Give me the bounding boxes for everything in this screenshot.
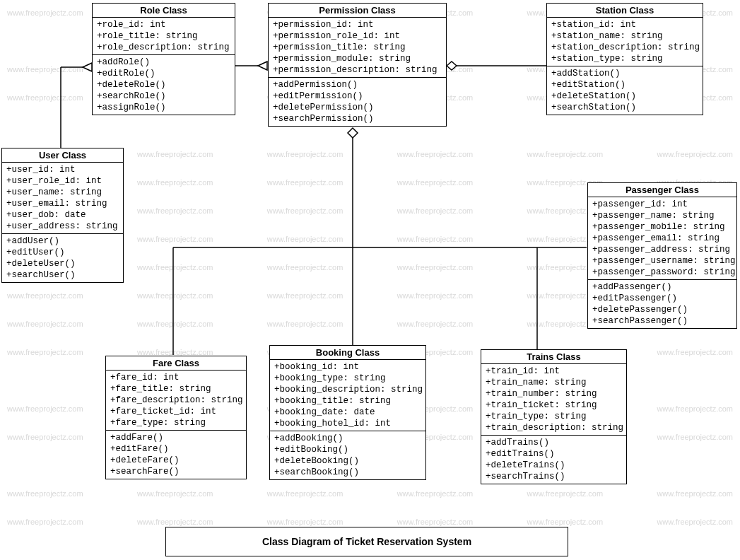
class-trains: Trains Class +train_id: int +train_name:…: [481, 349, 627, 484]
class-fare: Fare Class +fare_id: int +fare_title: st…: [105, 356, 247, 479]
class-title: Permission Class: [269, 4, 446, 18]
class-title: Station Class: [547, 4, 703, 18]
class-attrs: +role_id: int +role_title: string +role_…: [93, 18, 235, 55]
class-attrs: +booking_id: int +booking_type: string +…: [270, 360, 425, 431]
class-ops: +addPassenger() +editPassenger() +delete…: [588, 280, 736, 328]
class-user: User Class +user_id: int +user_role_id: …: [1, 148, 124, 283]
svg-marker-4: [258, 62, 267, 70]
diagram-canvas: www.freeprojectz.comwww.freeprojectz.com…: [0, 0, 740, 560]
class-attrs: +train_id: int +train_name: string +trai…: [481, 364, 626, 436]
class-station: Station Class +station_id: int +station_…: [546, 3, 703, 115]
class-passenger: Passenger Class +passenger_id: int +pass…: [587, 182, 737, 329]
class-attrs: +passenger_id: int +passenger_name: stri…: [588, 197, 736, 280]
svg-marker-2: [83, 63, 92, 71]
class-booking: Booking Class +booking_id: int +booking_…: [269, 345, 426, 480]
class-attrs: +user_id: int +user_role_id: int +user_n…: [2, 163, 123, 234]
diagram-title: Class Diagram of Ticket Reservation Syst…: [165, 527, 568, 556]
diagram-title-text: Class Diagram of Ticket Reservation Syst…: [262, 536, 471, 547]
class-title: Booking Class: [270, 346, 425, 360]
class-ops: +addUser() +editUser() +deleteUser() +se…: [2, 234, 123, 282]
class-ops: +addBooking() +editBooking() +deleteBook…: [270, 431, 425, 479]
class-title: Passenger Class: [588, 183, 736, 197]
class-permission: Permission Class +permission_id: int +pe…: [268, 3, 447, 127]
class-title: Role Class: [93, 4, 235, 18]
class-attrs: +permission_id: int +permission_role_id:…: [269, 18, 446, 78]
class-title: Fare Class: [106, 356, 246, 371]
svg-marker-7: [348, 128, 358, 138]
svg-marker-6: [447, 62, 457, 70]
class-role: Role Class +role_id: int +role_title: st…: [92, 3, 235, 115]
class-ops: +addTrains() +editTrains() +deleteTrains…: [481, 436, 626, 484]
class-title: User Class: [2, 148, 123, 163]
class-attrs: +station_id: int +station_name: string +…: [547, 18, 703, 66]
class-ops: +addStation() +editStation() +deleteStat…: [547, 66, 703, 115]
class-ops: +addRole() +editRole() +deleteRole() +se…: [93, 55, 235, 115]
class-ops: +addPermission() +editPermission() +dele…: [269, 78, 446, 126]
class-title: Trains Class: [481, 350, 626, 364]
class-ops: +addFare() +editFare() +deleteFare() +se…: [106, 431, 246, 479]
class-attrs: +fare_id: int +fare_title: string +fare_…: [106, 371, 246, 431]
